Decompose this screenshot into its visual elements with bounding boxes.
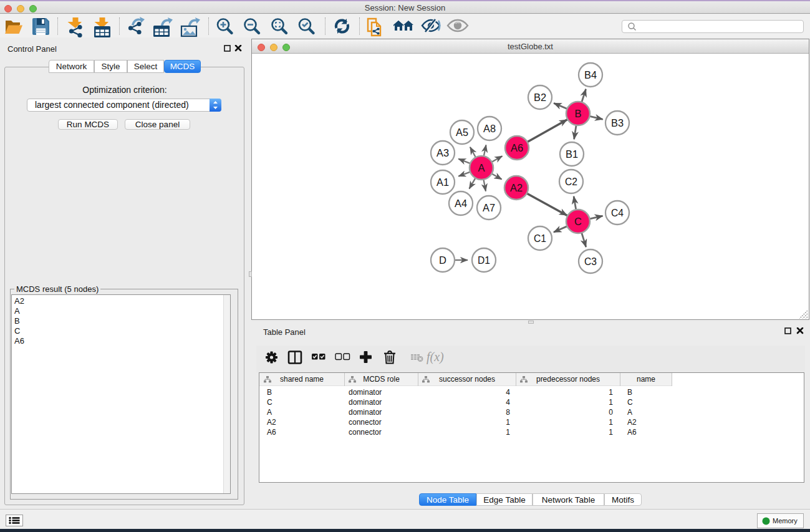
svg-text:A3: A3 <box>436 147 449 158</box>
svg-text:A1: A1 <box>436 177 449 188</box>
svg-text:B4: B4 <box>584 69 597 80</box>
svg-text:C: C <box>574 216 582 227</box>
svg-text:C1: C1 <box>534 233 546 244</box>
svg-text:A4: A4 <box>455 198 467 209</box>
svg-text:A8: A8 <box>483 123 496 134</box>
svg-text:D: D <box>439 254 446 266</box>
svg-text:D1: D1 <box>478 254 490 266</box>
svg-text:C2: C2 <box>565 176 577 187</box>
svg-text:A5: A5 <box>456 127 468 138</box>
svg-text:B3: B3 <box>611 117 624 128</box>
svg-text:A: A <box>478 162 485 173</box>
svg-text:B1: B1 <box>566 148 578 160</box>
svg-text:C4: C4 <box>611 207 624 218</box>
svg-text:B2: B2 <box>534 92 546 103</box>
svg-text:A7: A7 <box>483 202 495 213</box>
svg-text:C3: C3 <box>584 256 597 267</box>
svg-text:A6: A6 <box>511 142 523 153</box>
svg-text:B: B <box>574 108 581 119</box>
svg-text:A2: A2 <box>510 182 523 193</box>
